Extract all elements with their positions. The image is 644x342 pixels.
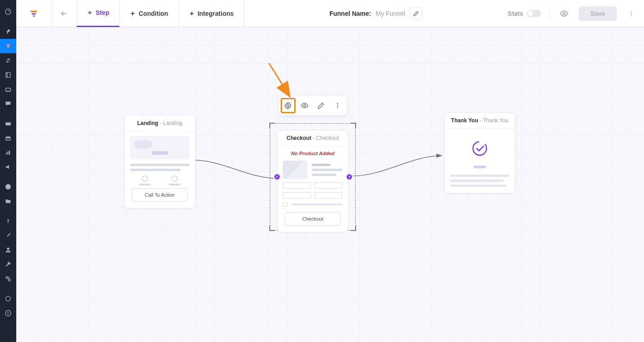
save-button[interactable]: Save <box>579 6 617 21</box>
svg-rect-6 <box>5 122 11 125</box>
sidebar-book-icon[interactable] <box>0 68 16 82</box>
sidebar-elementor-icon[interactable] <box>0 180 16 194</box>
svg-point-13 <box>7 248 9 250</box>
svg-point-18 <box>563 12 565 14</box>
svg-point-19 <box>631 11 632 12</box>
tab-step[interactable]: Step <box>77 0 120 27</box>
sidebar-chat-icon[interactable] <box>0 97 16 111</box>
node-thankyou-header: Thank You - Thank You <box>445 113 515 129</box>
sidebar-swap-icon[interactable] <box>0 53 16 68</box>
svg-rect-14 <box>6 277 8 278</box>
sidebar-play-icon[interactable] <box>0 306 16 320</box>
app-logo[interactable] <box>16 0 51 27</box>
svg-point-23 <box>287 105 289 107</box>
sidebar-user-icon[interactable] <box>0 243 16 257</box>
svg-point-22 <box>471 139 489 157</box>
sidebar-woo-icon[interactable] <box>0 116 16 131</box>
funnel-name-value: My Funnel <box>376 10 405 17</box>
svg-rect-8 <box>6 138 10 140</box>
gear-icon <box>284 102 292 110</box>
svg-point-26 <box>337 105 338 106</box>
check-circle-icon <box>471 139 489 157</box>
node-settings-button[interactable] <box>281 98 296 113</box>
tab-step-label: Step <box>96 9 109 16</box>
node-landing-preview: Call To Action <box>125 131 195 208</box>
sidebar-brush-icon[interactable] <box>0 228 16 243</box>
connector-checkout-thankyou <box>352 144 447 185</box>
node-toolbar <box>279 96 347 115</box>
sidebar-wrench-icon[interactable] <box>0 257 16 272</box>
svg-point-5 <box>9 91 10 92</box>
wp-admin-sidebar <box>0 0 16 342</box>
tab-condition-label: Condition <box>139 10 168 17</box>
svg-point-27 <box>337 107 338 108</box>
sidebar-circleq-icon[interactable] <box>0 291 16 306</box>
more-vertical-icon <box>334 102 342 110</box>
node-landing-header: Landing - Landing <box>125 116 195 131</box>
node-checkout-port-out[interactable] <box>346 173 353 180</box>
edit-funnel-name-button[interactable] <box>410 7 422 20</box>
node-checkout[interactable]: Checkout - Checkout No Product Added Che… <box>277 130 348 232</box>
node-checkout-warning: No Product Added <box>283 151 343 156</box>
sidebar-pin2-icon[interactable] <box>0 214 16 228</box>
svg-rect-3 <box>6 88 11 91</box>
funnel-canvas[interactable]: Landing - Landing Call To Action Checkou… <box>16 27 644 342</box>
connector-landing-checkout <box>195 151 280 187</box>
node-thankyou-preview <box>445 129 515 193</box>
svg-point-25 <box>337 103 338 104</box>
sidebar-megaphone-icon[interactable] <box>0 160 16 174</box>
sidebar-cart-icon[interactable] <box>0 82 16 97</box>
back-button[interactable] <box>51 0 77 27</box>
sidebar-dashboard-icon[interactable] <box>0 5 16 19</box>
topbar: Step Condition Integrations Funnel Name:… <box>16 0 644 27</box>
node-checkout-header: Checkout - Checkout <box>278 130 348 146</box>
topbar-more-button[interactable] <box>625 7 638 20</box>
tab-condition[interactable]: Condition <box>120 0 178 27</box>
node-checkout-port-in[interactable] <box>273 173 281 180</box>
svg-rect-1 <box>6 73 10 78</box>
stats-label: Stats <box>508 10 523 17</box>
svg-point-21 <box>631 15 632 16</box>
node-thankyou[interactable]: Thank You - Thank You <box>444 112 515 194</box>
pencil-icon <box>317 102 325 110</box>
sidebar-folder-icon[interactable] <box>0 194 16 208</box>
node-checkout-cta: Checkout <box>285 212 341 226</box>
svg-point-16 <box>6 296 11 301</box>
svg-point-24 <box>304 105 306 107</box>
svg-rect-9 <box>6 153 7 155</box>
tab-integrations[interactable]: Integrations <box>179 0 244 27</box>
sidebar-pin-icon[interactable] <box>0 24 16 39</box>
svg-rect-15 <box>9 279 10 281</box>
svg-point-20 <box>631 13 632 14</box>
node-preview-button[interactable] <box>297 98 312 113</box>
stats-toggle[interactable] <box>527 10 541 17</box>
svg-point-4 <box>6 91 7 92</box>
node-landing-cta: Call To Action <box>132 188 188 202</box>
sidebar-chart-icon[interactable] <box>0 145 16 160</box>
eye-icon <box>301 102 309 110</box>
sidebar-funnel-icon[interactable] <box>0 39 16 53</box>
node-landing[interactable]: Landing - Landing Call To Action <box>124 115 195 208</box>
funnel-name-label: Funnel Name: <box>329 10 371 17</box>
annotation-arrow <box>264 60 319 127</box>
svg-line-28 <box>269 63 289 96</box>
svg-rect-7 <box>6 137 11 138</box>
node-more-button[interactable] <box>330 98 345 113</box>
sidebar-transfer-icon[interactable] <box>0 272 16 286</box>
svg-rect-11 <box>9 150 10 154</box>
sidebar-archive-icon[interactable] <box>0 131 16 145</box>
tab-integrations-label: Integrations <box>198 10 234 17</box>
node-edit-button[interactable] <box>314 98 328 113</box>
svg-rect-10 <box>8 151 9 154</box>
preview-button[interactable] <box>558 7 570 20</box>
svg-point-12 <box>5 184 11 189</box>
